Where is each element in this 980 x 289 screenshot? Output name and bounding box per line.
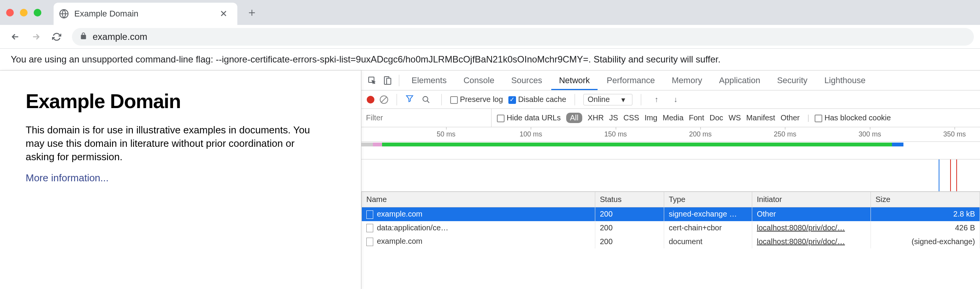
filter-type-manifest[interactable]: Manifest [746, 113, 775, 122]
document-icon [366, 210, 373, 219]
filter-input[interactable] [361, 109, 492, 127]
devtools-tab-performance[interactable]: Performance [599, 71, 663, 90]
filter-type-doc[interactable]: Doc [710, 113, 724, 122]
filter-type-all[interactable]: All [566, 113, 582, 123]
timeline-tick: 150 ms [604, 130, 627, 138]
filter-type-other[interactable]: Other [781, 113, 800, 122]
minimize-window-button[interactable] [20, 9, 28, 16]
network-table: NameStatusTypeInitiatorSize example.com2… [361, 192, 980, 248]
tab-title: Example Domain [74, 9, 217, 19]
throttling-select[interactable]: Online▾ [583, 94, 632, 105]
warning-text: You are using an unsupported command-lin… [11, 54, 720, 64]
devtools-tab-sources[interactable]: Sources [503, 71, 550, 90]
browser-toolbar: example.com [0, 25, 980, 49]
maximize-window-button[interactable] [34, 9, 41, 16]
devtools-tab-elements[interactable]: Elements [404, 71, 454, 90]
timeline-tick: 250 ms [774, 130, 796, 138]
tab-strip: Example Domain ✕ ＋ [0, 0, 980, 25]
devtools-tab-security[interactable]: Security [769, 71, 815, 90]
filter-type-media[interactable]: Media [663, 113, 683, 122]
forward-button[interactable] [27, 28, 45, 46]
document-icon [366, 224, 373, 232]
page-heading: Example Domain [26, 90, 361, 113]
window-controls [6, 9, 41, 16]
hide-data-urls-checkbox[interactable]: Hide data URLs [497, 113, 561, 122]
filter-type-js[interactable]: JS [609, 113, 618, 122]
disable-cache-checkbox[interactable]: Disable cache [508, 95, 566, 104]
close-window-button[interactable] [6, 9, 14, 16]
devtools-tab-memory[interactable]: Memory [664, 71, 710, 90]
timeline-overview[interactable] [361, 142, 980, 159]
network-request-row[interactable]: data:application/ce…200cert-chain+cborlo… [362, 221, 980, 235]
network-filter-bar: Hide data URLs AllXHRJSCSSImgMediaFontDo… [361, 109, 980, 127]
filter-type-xhr[interactable]: XHR [588, 113, 604, 122]
browser-tab[interactable]: Example Domain ✕ [54, 3, 237, 25]
infobar-warning: You are using an unsupported command-lin… [0, 49, 980, 71]
column-header-initiator[interactable]: Initiator [752, 192, 871, 207]
svg-rect-3 [387, 78, 391, 84]
filter-icon[interactable] [405, 94, 414, 105]
chevron-down-icon: ▾ [621, 95, 625, 104]
new-tab-button[interactable]: ＋ [243, 3, 261, 22]
globe-icon [59, 9, 69, 19]
more-information-link[interactable]: More information... [26, 172, 109, 184]
column-header-name[interactable]: Name [362, 192, 595, 207]
devtools-panel: ElementsConsoleSourcesNetworkPerformance… [361, 71, 980, 289]
column-header-type[interactable]: Type [664, 192, 752, 207]
upload-har-icon[interactable] [650, 93, 663, 107]
has-blocked-cookies-checkbox[interactable]: Has blocked cookie [815, 113, 891, 122]
initiator-link[interactable]: localhost:8080/priv/doc/… [757, 223, 845, 232]
search-icon[interactable] [419, 93, 433, 107]
timeline-tick: 300 ms [859, 130, 881, 138]
filter-type-img[interactable]: Img [645, 113, 657, 122]
close-tab-button[interactable]: ✕ [217, 8, 230, 19]
devtools-tabbar: ElementsConsoleSourcesNetworkPerformance… [361, 71, 980, 90]
column-header-size[interactable]: Size [871, 192, 980, 207]
network-request-row[interactable]: example.com200signed-exchange …Other2.8 … [362, 207, 980, 221]
back-button[interactable] [6, 28, 24, 46]
column-header-status[interactable]: Status [595, 192, 664, 207]
timeline-ruler[interactable]: 50 ms100 ms150 ms200 ms250 ms300 ms350 m… [361, 127, 980, 142]
initiator-link[interactable]: localhost:8080/priv/doc/… [757, 237, 845, 246]
preserve-log-checkbox[interactable]: Preserve log [450, 95, 503, 104]
timeline-tick: 50 ms [437, 130, 456, 138]
filter-type-font[interactable]: Font [689, 113, 704, 122]
devtools-tab-network[interactable]: Network [551, 71, 598, 90]
lock-icon [80, 32, 87, 41]
filter-type-ws[interactable]: WS [728, 113, 741, 122]
device-toolbar-icon[interactable] [381, 74, 394, 87]
devtools-tab-console[interactable]: Console [456, 71, 502, 90]
address-bar[interactable]: example.com [72, 28, 974, 46]
timeline-detail[interactable] [361, 159, 980, 192]
download-har-icon[interactable] [669, 93, 683, 107]
page-paragraph: This domain is for use in illustrative e… [26, 123, 317, 164]
url-text: example.com [93, 31, 147, 42]
filter-type-css[interactable]: CSS [624, 113, 639, 122]
network-request-row[interactable]: example.com200documentlocalhost:8080/pri… [362, 235, 980, 248]
devtools-tab-application[interactable]: Application [711, 71, 768, 90]
record-button[interactable] [367, 96, 374, 103]
timeline-tick: 350 ms [943, 130, 966, 138]
document-icon [366, 238, 373, 246]
timeline-tick: 200 ms [689, 130, 712, 138]
network-toolbar: Preserve log Disable cache Online▾ [361, 90, 980, 109]
page-content: Example Domain This domain is for use in… [0, 71, 361, 289]
reload-button[interactable] [47, 28, 66, 46]
svg-point-4 [423, 96, 428, 101]
timeline-tick: 100 ms [519, 130, 542, 138]
clear-button[interactable] [380, 95, 388, 104]
inspect-element-icon[interactable] [365, 74, 379, 87]
devtools-tab-lighthouse[interactable]: Lighthouse [817, 71, 873, 90]
